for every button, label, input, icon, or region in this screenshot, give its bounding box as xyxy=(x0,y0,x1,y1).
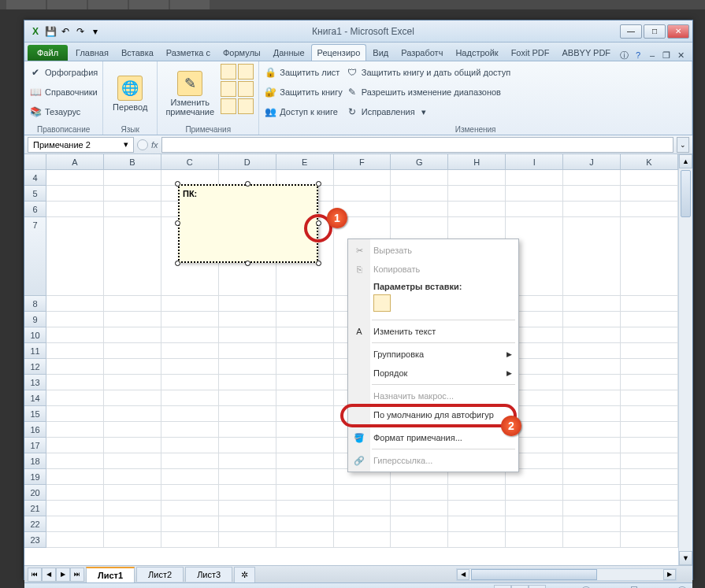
translate-button[interactable]: 🌐 Перевод xyxy=(108,64,152,124)
tab-foxit[interactable]: Foxit PDF xyxy=(505,44,556,61)
row-header[interactable]: 21 xyxy=(24,501,46,516)
show-comment-icon[interactable] xyxy=(238,81,254,97)
row-header[interactable]: 4 xyxy=(24,170,46,186)
sheet-tab-1[interactable]: Лист1 xyxy=(86,567,135,582)
select-all-button[interactable] xyxy=(24,154,46,170)
sheet-tab-2[interactable]: Лист2 xyxy=(136,567,184,582)
row-header[interactable]: 13 xyxy=(24,375,46,390)
col-header[interactable]: C xyxy=(161,154,219,170)
row-header[interactable]: 18 xyxy=(24,453,46,469)
prev-sheet-icon[interactable]: ◀ xyxy=(42,568,56,582)
row-header[interactable]: 10 xyxy=(24,327,46,343)
minimize-ribbon-icon[interactable]: ⓘ xyxy=(618,50,629,61)
col-header[interactable]: I xyxy=(506,154,563,170)
ctx-order[interactable]: Порядок▶ xyxy=(348,364,518,383)
row-header[interactable]: 15 xyxy=(24,406,46,422)
excel-icon[interactable]: X xyxy=(29,25,42,38)
workbook-minimize-icon[interactable]: – xyxy=(647,50,658,61)
protect-share-button[interactable]: 🛡Защитить книгу и дать общий доступ xyxy=(346,64,510,81)
allow-ranges-button[interactable]: ✎Разрешить изменение диапазонов xyxy=(346,83,510,101)
row-header[interactable]: 14 xyxy=(24,390,46,406)
maximize-button[interactable]: □ xyxy=(644,24,666,39)
track-changes-button[interactable]: ↻Исправления▾ xyxy=(346,103,510,120)
col-header[interactable]: E xyxy=(276,154,334,170)
protect-book-button[interactable]: 🔐Защитить книгу xyxy=(264,83,343,101)
minimize-button[interactable]: — xyxy=(620,24,642,39)
resize-handle[interactable] xyxy=(245,181,250,187)
research-button[interactable]: 📖Справочники xyxy=(29,83,98,101)
paste-option-icon[interactable] xyxy=(373,294,391,312)
first-sheet-icon[interactable]: ⏮ xyxy=(28,568,42,582)
vertical-scrollbar[interactable]: ▲ ▼ xyxy=(678,154,692,565)
page-layout-icon[interactable]: ▤ xyxy=(511,585,529,589)
row-header[interactable]: 19 xyxy=(24,469,46,485)
tab-review[interactable]: Рецензиро xyxy=(311,44,367,61)
redo-icon[interactable]: ↷ xyxy=(74,25,87,38)
row-header[interactable]: 16 xyxy=(24,422,46,438)
show-ink-icon[interactable] xyxy=(238,98,254,114)
horizontal-scrollbar[interactable]: ◀ ▶ xyxy=(456,568,677,581)
fx-icon[interactable]: fx xyxy=(151,140,158,150)
row-header[interactable]: 5 xyxy=(24,186,46,202)
thesaurus-button[interactable]: 📚Тезаурус xyxy=(29,103,98,120)
protect-sheet-button[interactable]: 🔒Защитить лист xyxy=(264,64,343,81)
save-icon[interactable]: 💾 xyxy=(44,25,57,38)
delete-comment-icon[interactable] xyxy=(221,64,236,80)
hscroll-thumb[interactable] xyxy=(471,569,597,580)
scroll-right-icon[interactable]: ▶ xyxy=(663,569,676,580)
resize-handle[interactable] xyxy=(316,181,321,187)
row-header[interactable]: 11 xyxy=(24,343,46,359)
comment-box[interactable]: ПК: xyxy=(178,184,318,263)
qat-dropdown-icon[interactable]: ▾ xyxy=(89,25,102,38)
col-header[interactable]: F xyxy=(334,154,391,170)
row-header[interactable]: 7 xyxy=(24,217,46,296)
sheet-tab-3[interactable]: Лист3 xyxy=(185,567,232,582)
show-all-icon[interactable] xyxy=(221,98,236,114)
ctx-format-comment[interactable]: 🪣Формат примечания... xyxy=(348,428,518,447)
resize-handle[interactable] xyxy=(175,181,180,187)
page-break-icon[interactable]: ▭ xyxy=(529,585,546,589)
scroll-down-icon[interactable]: ▼ xyxy=(679,551,692,565)
undo-icon[interactable]: ↶ xyxy=(59,25,72,38)
cancel-formula-icon[interactable] xyxy=(137,139,148,150)
row-header[interactable]: 9 xyxy=(24,312,46,327)
next-sheet-icon[interactable]: ▶ xyxy=(56,568,70,582)
scroll-up-icon[interactable]: ▲ xyxy=(679,154,692,168)
row-header[interactable]: 17 xyxy=(24,438,46,453)
row-header[interactable]: 22 xyxy=(24,516,46,532)
edit-comment-button[interactable]: ✎ Изменить примечание xyxy=(162,64,217,124)
tab-developer[interactable]: Разработч xyxy=(395,44,449,61)
share-book-button[interactable]: 👥Доступ к книге xyxy=(264,103,343,120)
col-header[interactable]: J xyxy=(563,154,621,170)
tab-abbyy[interactable]: ABBYY PDF xyxy=(556,44,618,61)
file-tab[interactable]: Файл xyxy=(28,45,68,61)
ctx-grouping[interactable]: Группировка▶ xyxy=(348,345,518,364)
col-header[interactable]: D xyxy=(219,154,276,170)
close-button[interactable]: ✕ xyxy=(667,24,689,39)
scroll-thumb[interactable] xyxy=(681,170,691,217)
col-header[interactable]: K xyxy=(621,154,678,170)
col-header[interactable]: B xyxy=(104,154,161,170)
resize-handle[interactable] xyxy=(245,261,250,266)
col-header[interactable]: G xyxy=(391,154,448,170)
scroll-left-icon[interactable]: ◀ xyxy=(457,569,469,580)
new-sheet-button[interactable]: ✲ xyxy=(234,567,255,582)
tab-insert[interactable]: Вставка xyxy=(115,44,160,61)
row-header[interactable]: 6 xyxy=(24,202,46,217)
tab-home[interactable]: Главная xyxy=(69,44,115,61)
resize-handle[interactable] xyxy=(175,261,180,266)
row-header[interactable]: 20 xyxy=(24,485,46,501)
resize-handle[interactable] xyxy=(175,220,180,226)
tab-view[interactable]: Вид xyxy=(366,44,395,61)
col-header[interactable]: H xyxy=(448,154,506,170)
tab-layout[interactable]: Разметка с xyxy=(160,44,217,61)
help-icon[interactable]: ? xyxy=(633,50,644,61)
workbook-restore-icon[interactable]: ❐ xyxy=(661,50,672,61)
spelling-button[interactable]: ✔Орфография xyxy=(29,64,98,81)
row-header[interactable]: 23 xyxy=(24,532,46,548)
normal-view-icon[interactable]: ▦ xyxy=(494,585,511,589)
row-header[interactable]: 12 xyxy=(24,359,46,375)
resize-handle[interactable] xyxy=(316,261,321,266)
last-sheet-icon[interactable]: ⏭ xyxy=(70,568,84,582)
tab-data[interactable]: Данные xyxy=(267,44,311,61)
